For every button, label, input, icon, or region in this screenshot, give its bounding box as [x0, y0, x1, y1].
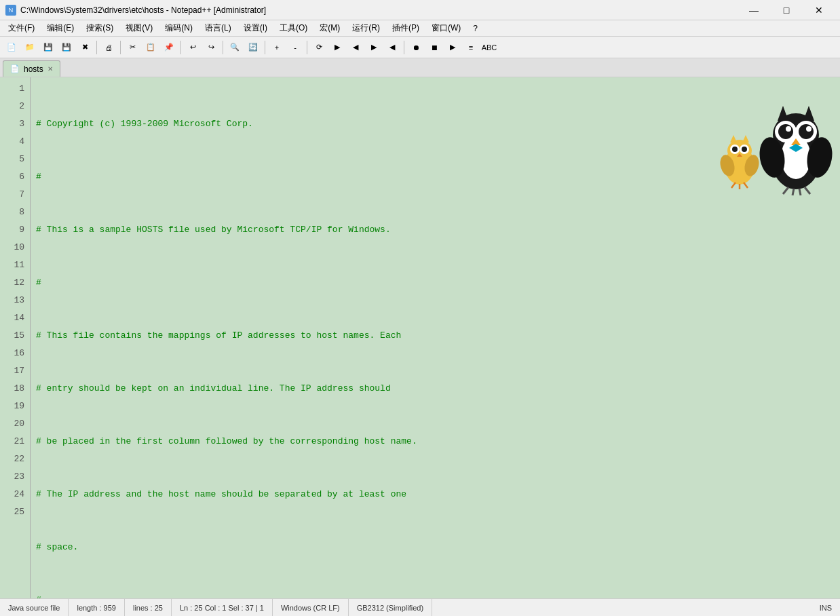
line-num: 24: [3, 486, 24, 503]
toolbar-zoom-in[interactable]: +: [268, 39, 286, 56]
status-length: length : 959: [69, 599, 125, 616]
code-line-9: # space.: [36, 539, 835, 556]
menu-tools[interactable]: 工具(O): [274, 21, 313, 35]
toolbar-sep-2: [120, 41, 121, 54]
toolbar-print[interactable]: 🖨: [100, 39, 117, 56]
line-num: 4: [3, 133, 24, 151]
line-num: 11: [3, 256, 24, 274]
app-icon: N: [5, 5, 16, 16]
line-num: 9: [3, 221, 24, 239]
line-num: 23: [3, 468, 24, 486]
toolbar-undo[interactable]: ↩: [184, 39, 202, 56]
toolbar-sep-7: [404, 41, 404, 54]
menu-window[interactable]: 窗口(W): [426, 21, 466, 35]
toolbar-new[interactable]: 📄: [3, 39, 20, 56]
close-button[interactable]: ✕: [803, 0, 835, 20]
tab-hosts[interactable]: 📄 hosts ✕: [3, 60, 60, 77]
line-num: 21: [3, 433, 24, 450]
status-bar: Java source file length : 959 lines : 25…: [0, 598, 840, 616]
status-position: Ln : 25 Col : 1 Sel : 37 | 1: [172, 599, 273, 616]
toolbar-save-all[interactable]: 💾: [58, 39, 75, 56]
toolbar-sep-5: [265, 41, 265, 54]
line-num: 10: [3, 239, 24, 256]
menu-language[interactable]: 语言(L): [199, 21, 237, 35]
title-text: C:\Windows\System32\drivers\etc\hosts - …: [20, 5, 266, 15]
tab-icon: 📄: [10, 64, 20, 73]
toolbar-open[interactable]: 📁: [21, 39, 39, 56]
code-line-8: # The IP address and the host name shoul…: [36, 486, 835, 503]
line-num: 18: [3, 380, 24, 398]
toolbar-copy[interactable]: 📋: [142, 39, 159, 56]
code-line-2: #: [36, 168, 835, 186]
line-num: 14: [3, 309, 24, 327]
title-bar: N C:\Windows\System32\drivers\etc\hosts …: [0, 0, 840, 20]
editor-area: 1 2 3 4 5 6 7 8 9 10 11 12 13 14 15 16 1…: [0, 77, 840, 598]
encoding-label: Windows (CR LF): [281, 604, 340, 612]
toolbar-save[interactable]: 💾: [39, 39, 57, 56]
toolbar-b1[interactable]: ▶: [328, 39, 346, 56]
status-mode: INS: [812, 599, 840, 616]
line-num: 13: [3, 292, 24, 309]
toolbar-b3[interactable]: ▶: [365, 39, 383, 56]
menu-file[interactable]: 文件(F): [3, 21, 40, 35]
minimize-button[interactable]: —: [738, 0, 769, 20]
charset-label: GB2312 (Simplified): [357, 604, 423, 612]
line-num: 1: [3, 80, 24, 98]
menu-encoding[interactable]: 编码(N): [159, 21, 198, 35]
toolbar-paste[interactable]: 📌: [160, 39, 178, 56]
line-num: 8: [3, 204, 24, 221]
status-encoding: Windows (CR LF): [273, 599, 349, 616]
window-controls: — □ ✕: [738, 0, 835, 20]
maximize-button[interactable]: □: [771, 0, 802, 20]
toolbar-redo[interactable]: ↪: [202, 39, 220, 56]
menu-settings[interactable]: 设置(I): [238, 21, 273, 35]
tab-label: hosts: [24, 64, 43, 74]
line-numbers: 1 2 3 4 5 6 7 8 9 10 11 12 13 14 15 16 1…: [0, 77, 31, 598]
line-num: 19: [3, 398, 24, 415]
toolbar-sync[interactable]: ⟳: [310, 39, 328, 56]
code-area[interactable]: # Copyright (c) 1993-2009 Microsoft Corp…: [31, 77, 840, 598]
code-line-4: #: [36, 274, 835, 292]
menu-run[interactable]: 运行(R): [347, 21, 385, 35]
menu-edit[interactable]: 编辑(E): [41, 21, 79, 35]
code-line-1: # Copyright (c) 1993-2009 Microsoft Corp…: [36, 115, 835, 133]
code-line-7: # be placed in the first column followed…: [36, 433, 835, 450]
line-num: 3: [3, 115, 24, 133]
toolbar-macro-stop[interactable]: ⏹: [425, 39, 443, 56]
toolbar-replace[interactable]: 🔄: [244, 39, 262, 56]
line-num: 17: [3, 362, 24, 380]
menu-search[interactable]: 搜索(S): [81, 21, 119, 35]
menu-help[interactable]: ?: [467, 22, 483, 35]
toolbar-macro-play[interactable]: ▶: [444, 39, 461, 56]
toolbar: 📄 📁 💾 💾 ✖ 🖨 ✂ 📋 📌 ↩ ↪ 🔍 🔄 + - ⟳ ▶ ◀ ▶ ◀ …: [0, 37, 840, 58]
tab-bar: 📄 hosts ✕: [0, 58, 840, 77]
toolbar-close[interactable]: ✖: [76, 39, 94, 56]
mode-label: INS: [820, 604, 832, 612]
title-bar-left: N C:\Windows\System32\drivers\etc\hosts …: [5, 5, 266, 16]
tab-close-button[interactable]: ✕: [47, 65, 53, 73]
toolbar-b2[interactable]: ◀: [347, 39, 364, 56]
filetype-label: Java source file: [8, 604, 60, 612]
toolbar-sep-3: [180, 41, 181, 54]
line-num: 25: [3, 503, 24, 521]
toolbar-macro-rec[interactable]: ⏺: [407, 39, 425, 56]
status-charset: GB2312 (Simplified): [349, 599, 432, 616]
toolbar-b4[interactable]: ◀: [383, 39, 401, 56]
menu-macro[interactable]: 宏(M): [314, 21, 345, 35]
code-line-5: # This file contains the mappings of IP …: [36, 327, 835, 345]
code-line-6: # entry should be kept on an individual …: [36, 380, 835, 398]
toolbar-find[interactable]: 🔍: [226, 39, 244, 56]
toolbar-b5[interactable]: ≡: [462, 39, 480, 56]
menu-view[interactable]: 视图(V): [120, 21, 158, 35]
lines-label: lines : 25: [133, 604, 163, 612]
toolbar-sep-4: [223, 41, 223, 54]
line-num: 16: [3, 345, 24, 362]
toolbar-cut[interactable]: ✂: [123, 39, 141, 56]
line-num: 2: [3, 98, 24, 115]
position-label: Ln : 25 Col : 1 Sel : 37 | 1: [180, 604, 264, 612]
toolbar-b6[interactable]: ABC: [480, 39, 498, 56]
toolbar-zoom-out[interactable]: -: [286, 39, 304, 56]
menu-plugins[interactable]: 插件(P): [387, 21, 425, 35]
length-label: length : 959: [77, 604, 116, 612]
line-num: 5: [3, 151, 24, 168]
